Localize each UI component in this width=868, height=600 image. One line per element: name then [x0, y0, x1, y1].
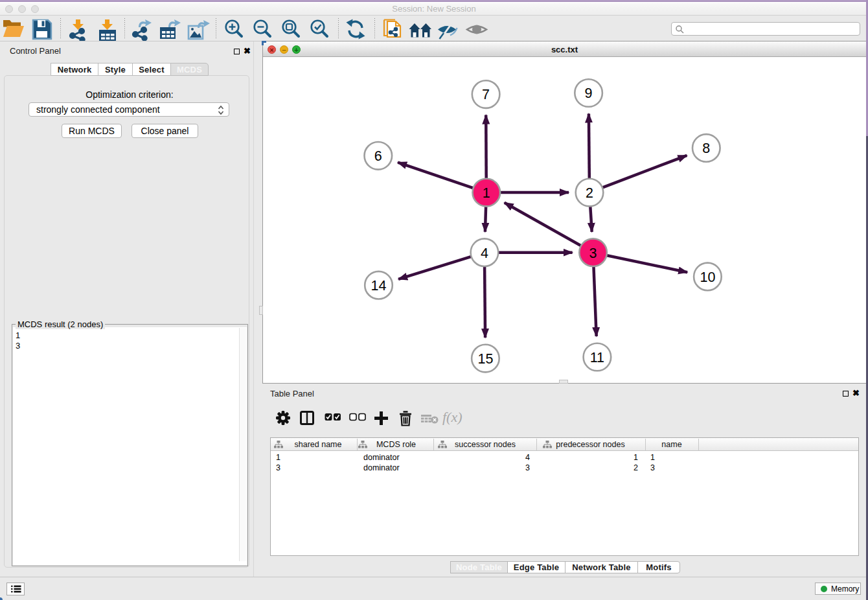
svg-text:4: 4 [481, 246, 488, 261]
svg-text:2: 2 [586, 185, 593, 201]
svg-text:6: 6 [374, 148, 382, 164]
svg-text:7: 7 [482, 87, 490, 102]
svg-text:14: 14 [371, 278, 387, 294]
svg-text:8: 8 [702, 141, 710, 156]
svg-text:3: 3 [589, 246, 597, 261]
svg-text:15: 15 [477, 351, 493, 367]
svg-text:10: 10 [700, 270, 715, 285]
svg-text:1: 1 [483, 185, 490, 201]
svg-text:11: 11 [590, 350, 604, 365]
svg-text:9: 9 [585, 86, 593, 101]
